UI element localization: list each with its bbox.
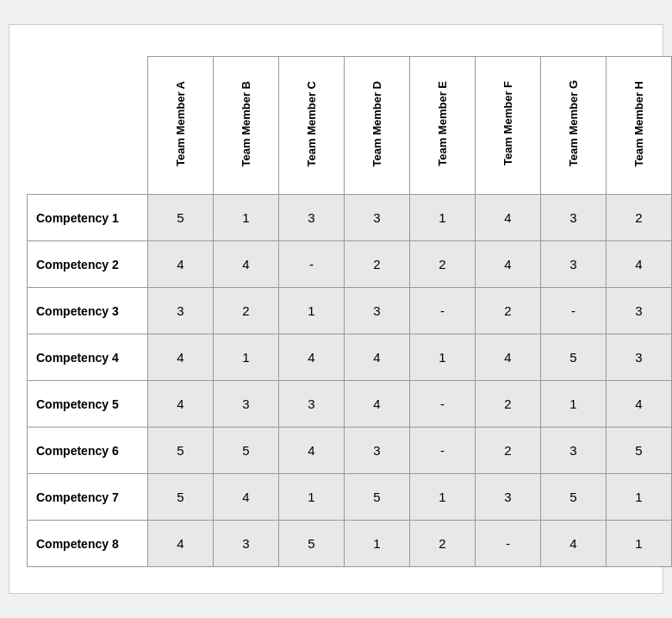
cell-row2-col7: 3 [541, 241, 607, 288]
header-team-member-c: Team Member C [279, 57, 345, 195]
table-row: Competency 244-22434 [28, 241, 672, 288]
cell-row5-col2: 3 [214, 381, 279, 428]
cell-row2-col6: 4 [476, 241, 541, 288]
table-row: Competency 33213-2-3 [28, 288, 672, 334]
cell-row7-col3: 1 [279, 474, 345, 521]
cell-row7-col6: 3 [476, 474, 541, 521]
cell-row1-col3: 3 [279, 195, 345, 241]
cell-row1-col2: 1 [214, 195, 279, 241]
cell-row4-col8: 3 [607, 334, 672, 381]
cell-row6-col5: - [410, 428, 476, 474]
cell-row2-col2: 4 [214, 241, 279, 288]
cell-row5-col3: 3 [279, 381, 345, 428]
cell-row6-col4: 3 [345, 428, 410, 474]
header-team-member-h: Team Member H [607, 57, 672, 195]
cell-row3-col6: 2 [476, 288, 541, 334]
page-container: Team Member ATeam Member BTeam Member CT… [9, 24, 663, 594]
table-row: Competency 65543-235 [28, 428, 672, 474]
cell-row7-col4: 5 [345, 474, 410, 521]
cell-row7-col5: 1 [410, 474, 476, 521]
cell-row4-col1: 4 [148, 334, 214, 381]
header-team-member-d: Team Member D [345, 57, 410, 195]
cell-row5-col5: - [410, 381, 476, 428]
cell-row1-col5: 1 [410, 195, 476, 241]
skills-matrix-table: Team Member ATeam Member BTeam Member CT… [27, 56, 672, 567]
cell-row7-col1: 5 [148, 474, 214, 521]
cell-row3-col3: 1 [279, 288, 345, 334]
cell-row3-col8: 3 [607, 288, 672, 334]
cell-row5-col4: 4 [345, 381, 410, 428]
cell-row4-col6: 4 [476, 334, 541, 381]
cell-row6-col7: 3 [541, 428, 607, 474]
cell-row2-col4: 2 [345, 241, 410, 288]
cell-row3-col5: - [410, 288, 476, 334]
cell-row5-col7: 1 [541, 381, 607, 428]
cell-row2-col5: 2 [410, 241, 476, 288]
competency-label-7: Competency 7 [28, 474, 148, 521]
cell-row1-col7: 3 [541, 195, 607, 241]
cell-row7-col8: 1 [607, 474, 672, 521]
cell-row1-col8: 2 [607, 195, 672, 241]
cell-row8-col5: 2 [410, 521, 476, 567]
cell-row8-col3: 5 [279, 521, 345, 567]
cell-row8-col2: 3 [214, 521, 279, 567]
cell-row8-col4: 1 [345, 521, 410, 567]
table-row: Competency 151331432 [28, 195, 672, 241]
table-row: Competency 54334-214 [28, 381, 672, 428]
cell-row6-col1: 5 [148, 428, 214, 474]
cell-row5-col1: 4 [148, 381, 214, 428]
cell-row8-col6: - [476, 521, 541, 567]
cell-row1-col4: 3 [345, 195, 410, 241]
cell-row3-col7: - [541, 288, 607, 334]
competency-label-8: Competency 8 [28, 521, 148, 567]
header-team-member-g: Team Member G [541, 57, 607, 195]
table-row: Competency 754151351 [28, 474, 672, 521]
cell-row4-col4: 4 [345, 334, 410, 381]
cell-row3-col4: 3 [345, 288, 410, 334]
header-team-member-f: Team Member F [476, 57, 541, 195]
cell-row7-col7: 5 [541, 474, 607, 521]
cell-row4-col3: 4 [279, 334, 345, 381]
competency-label-6: Competency 6 [28, 428, 148, 474]
cell-row3-col2: 2 [214, 288, 279, 334]
competency-label-5: Competency 5 [28, 381, 148, 428]
table-row: Competency 441441453 [28, 334, 672, 381]
cell-row2-col1: 4 [148, 241, 214, 288]
table-row: Competency 843512-41 [28, 521, 672, 567]
cell-row6-col6: 2 [476, 428, 541, 474]
cell-row8-col7: 4 [541, 521, 607, 567]
competency-label-2: Competency 2 [28, 241, 148, 288]
cell-row1-col1: 5 [148, 195, 214, 241]
cell-row6-col3: 4 [279, 428, 345, 474]
cell-row3-col1: 3 [148, 288, 214, 334]
cell-row4-col5: 1 [410, 334, 476, 381]
cell-row8-col1: 4 [148, 521, 214, 567]
cell-row6-col8: 5 [607, 428, 672, 474]
cell-row5-col6: 2 [476, 381, 541, 428]
cell-row8-col8: 1 [607, 521, 672, 567]
header-team-member-a: Team Member A [148, 57, 214, 195]
competency-label-1: Competency 1 [28, 195, 148, 241]
cell-row2-col8: 4 [607, 241, 672, 288]
cell-row4-col7: 5 [541, 334, 607, 381]
competency-label-3: Competency 3 [28, 288, 148, 334]
competency-label-4: Competency 4 [28, 334, 148, 381]
cell-row5-col8: 4 [607, 381, 672, 428]
cell-row1-col6: 4 [476, 195, 541, 241]
header-team-member-e: Team Member E [410, 57, 476, 195]
empty-header-cell [28, 57, 148, 195]
cell-row7-col2: 4 [214, 474, 279, 521]
cell-row4-col2: 1 [214, 334, 279, 381]
cell-row2-col3: - [279, 241, 345, 288]
cell-row6-col2: 5 [214, 428, 279, 474]
header-team-member-b: Team Member B [214, 57, 279, 195]
